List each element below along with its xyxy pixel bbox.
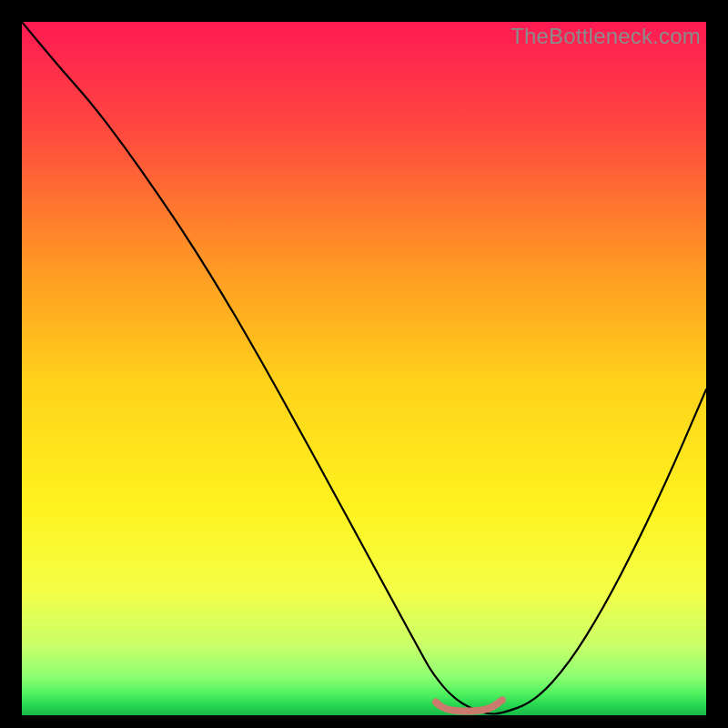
bottleneck-chart xyxy=(22,22,706,715)
gradient-background xyxy=(22,22,706,715)
chart-frame: TheBottleneck.com xyxy=(22,22,706,715)
